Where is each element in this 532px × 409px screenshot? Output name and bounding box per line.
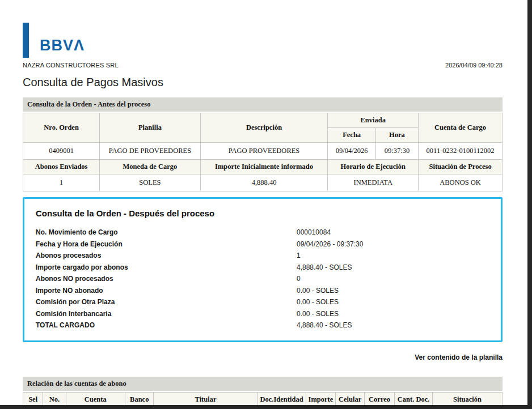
- field-label: Comisión Interbancaria: [36, 308, 297, 320]
- value-planilla: PAGO DE PROVEEDORES: [100, 143, 200, 160]
- value-moneda-cargo: SOLES: [100, 174, 200, 191]
- field-label: Importe NO abonado: [36, 285, 297, 297]
- col-header-abonos-enviados: Abonos Enviados: [23, 160, 100, 174]
- value-nro-orden: 0409001: [23, 143, 100, 160]
- field-value: 0.00 - SOLES: [297, 296, 339, 308]
- value-fecha: 09/04/2026: [328, 143, 376, 160]
- field-value: 4,888.40 - SOLES: [297, 319, 352, 331]
- col-header-cuenta-cargo: Cuenta de Cargo: [419, 113, 503, 143]
- planilla-link-line: Ver contenido de la planilla: [23, 352, 503, 362]
- value-hora: 09:37:30: [375, 143, 418, 160]
- company-name: NAZRA CONSTRUCTORES SRL: [23, 62, 119, 69]
- value-descripcion: PAGO PROVEEDORES: [200, 143, 328, 160]
- brand-header: BBVΛ: [23, 23, 503, 58]
- col-header-descripcion: Descripción: [200, 113, 328, 143]
- field-row: Importe NO abonado 0.00 - SOLES: [36, 285, 489, 297]
- field-label: Abonos procesados: [36, 250, 297, 262]
- field-value: 000010084: [297, 227, 331, 238]
- accounts-section-title: Relación de las cuentas de abono: [23, 377, 503, 391]
- field-label: Fecha y Hora de Ejecución: [36, 238, 297, 250]
- field-value: 09/04/2026 - 09:37:30: [297, 238, 363, 250]
- field-row: Importe cargado por abonos 4,888.40 - SO…: [36, 262, 489, 274]
- col-header-hora: Hora: [375, 128, 418, 143]
- order-after-box: Consulta de la Orden - Después del proce…: [23, 197, 503, 342]
- report-timestamp: 2026/04/09 09:40:28: [445, 62, 503, 69]
- field-row: No. Movimiento de Cargo 000010084: [36, 227, 489, 238]
- field-value: 0.00 - SOLES: [297, 285, 339, 297]
- bbva-blue-bar: [23, 23, 29, 58]
- order-data-row: 0409001 PAGO DE PROVEEDORES PAGO PROVEED…: [23, 143, 503, 160]
- field-value: 0: [297, 273, 301, 285]
- meta-line: NAZRA CONSTRUCTORES SRL 2026/04/09 09:40…: [23, 62, 503, 69]
- col-header-situacion-proceso: Situación de Proceso: [419, 160, 503, 174]
- order-before-table: Nro. Orden Planilla Descripción Enviada …: [23, 113, 503, 191]
- col-header-titular: Titular: [154, 392, 257, 407]
- col-header-fecha: Fecha: [328, 128, 376, 143]
- col-header-no: No.: [43, 392, 66, 407]
- value-situacion-proceso: ABONOS OK: [419, 174, 503, 191]
- page-title: Consulta de Pagos Masivos: [23, 76, 503, 89]
- field-row: Comisión por Otra Plaza 0.00 - SOLES: [36, 296, 489, 308]
- value-importe-inicial: 4,888.40: [200, 174, 328, 191]
- field-row: Fecha y Hora de Ejecución 09/04/2026 - 0…: [36, 238, 489, 250]
- field-row: Abonos NO procesados 0: [36, 273, 489, 285]
- value-cuenta-cargo: 0011-0232-0100112002: [419, 143, 503, 160]
- order-summary-row: 1 SOLES 4,888.40 INMEDIATA ABONOS OK: [23, 174, 503, 191]
- field-label: No. Movimiento de Cargo: [36, 227, 297, 238]
- col-header-horario-ejecucion: Horario de Ejecución: [328, 160, 419, 174]
- field-label: Abonos NO procesados: [36, 273, 297, 285]
- field-label: Comisión por Otra Plaza: [36, 296, 297, 308]
- bbva-logo: BBVΛ: [40, 38, 85, 58]
- page-container: BBVΛ NAZRA CONSTRUCTORES SRL 2026/04/09 …: [0, 23, 527, 407]
- col-header-situacion: Situación: [433, 392, 503, 407]
- col-header-importe-inicial: Importe Inicialmente informado: [200, 160, 328, 174]
- col-header-enviada: Enviada: [328, 113, 419, 128]
- col-header-doc-identidad: Doc.Identidad: [257, 392, 306, 407]
- field-value: 0.00 - SOLES: [297, 308, 339, 320]
- col-header-importe: Importe: [306, 392, 336, 407]
- order-after-title: Consulta de la Orden - Después del proce…: [36, 208, 489, 218]
- col-header-sel: Sel: [23, 392, 43, 407]
- field-value: 4,888.40 - SOLES: [297, 262, 352, 274]
- value-horario-ejecucion: INMEDIATA: [328, 174, 419, 191]
- field-label: TOTAL CARGADO: [36, 319, 297, 331]
- col-header-planilla: Planilla: [100, 113, 200, 143]
- accounts-section: Relación de las cuentas de abono Sel No.…: [23, 377, 503, 407]
- view-planilla-link[interactable]: Ver contenido de la planilla: [415, 353, 503, 361]
- field-row: TOTAL CARGADO 4,888.40 - SOLES: [36, 319, 489, 331]
- col-header-correo: Correo: [365, 392, 395, 407]
- field-row: Comisión Interbancaria 0.00 - SOLES: [36, 308, 489, 320]
- field-row: Abonos procesados 1: [36, 250, 489, 262]
- value-abonos-enviados: 1: [23, 174, 100, 191]
- col-header-celular: Celular: [336, 392, 365, 407]
- order-before-section-title: Consulta de la Orden - Antes del proceso: [23, 97, 503, 112]
- col-header-cant-doc: Cant. Doc.: [395, 392, 433, 407]
- col-header-nro-orden: Nro. Orden: [23, 113, 100, 143]
- col-header-cuenta: Cuenta: [66, 392, 125, 407]
- accounts-table: Sel No. Cuenta Banco Titular Doc.Identid…: [23, 392, 503, 407]
- col-header-banco: Banco: [125, 392, 154, 407]
- order-before-section: Consulta de la Orden - Antes del proceso…: [23, 97, 503, 191]
- col-header-moneda-cargo: Moneda de Cargo: [100, 160, 200, 174]
- field-label: Importe cargado por abonos: [36, 262, 297, 274]
- field-value: 1: [297, 250, 301, 262]
